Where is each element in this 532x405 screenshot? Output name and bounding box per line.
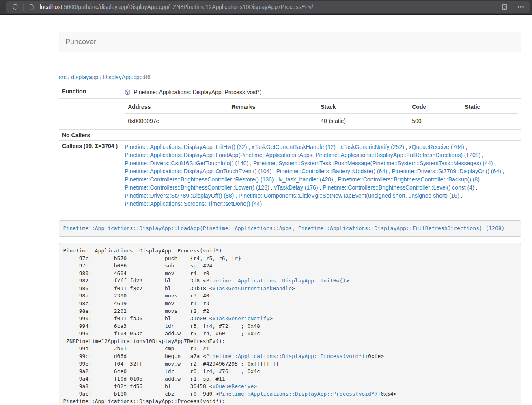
url-path: :5000/path/src/displayapp/DisplayApp.cpp…: [62, 4, 313, 10]
stats-header-row: AddressRemarksStackCodeStatic: [125, 101, 518, 114]
table-row: AddressRemarksStackCodeStatic 0x0000097c…: [59, 99, 521, 130]
callee-link[interactable]: Pinetime::Applications::DisplayApp::Init…: [125, 144, 247, 150]
asm-line: 982: f7ff fd29 bl 3d8 <Pinetime::Applica…: [63, 277, 517, 285]
asm-line: Pinetime::Applications::DisplayApp::Proc…: [63, 247, 517, 255]
asm-line: 9a2: 6ce0 ldr r0, [r4, #76] ; 0x4c: [63, 368, 517, 375]
asm-line: 98c: 4619 mov r1, r3: [63, 300, 517, 308]
breadcrumb-link[interactable]: DisplayApp.cpp: [103, 74, 142, 80]
asm-line: 98e: 2202 movs r2, #2: [63, 308, 517, 315]
stats-value: 500: [409, 114, 461, 127]
asm-line: 97c: b570 push {r4, r5, r6, lr}: [63, 255, 517, 263]
callee-link[interactable]: Pinetime::Drivers::Cst816S::GetTouchInfo…: [125, 160, 248, 166]
table-row: No Callers: [59, 130, 521, 141]
divider: [59, 65, 521, 65]
browser-toolbar: localhost:5000/path/src/displayapp/Displ…: [0, 0, 532, 15]
breadcrumb-separator: /: [67, 74, 71, 80]
shield-icon[interactable]: [10, 2, 20, 12]
reader-mode-icon[interactable]: [499, 2, 510, 12]
stats-column-header: Static: [461, 101, 518, 114]
callee-link[interactable]: vTaskDelay (176): [274, 184, 318, 191]
asm-line: 99a: 2b01 cmp r3, #1: [63, 345, 517, 353]
stats-column-header: Remarks: [228, 101, 317, 114]
stats-value: 0x0000097c: [125, 114, 228, 127]
function-name: Pinetime::Applications::DisplayApp::Proc…: [134, 88, 261, 96]
url-host: localhost: [40, 4, 62, 10]
asm-line: 99c: d06d beq.n a7a <Pinetime::Applicati…: [63, 353, 517, 360]
urlbar-divider: [23, 4, 24, 11]
asm-line: 980: 4604 mov r4, r0: [63, 270, 517, 278]
asm-line: 994: 6ca3 ldr r3, [r4, #72] ; 0x48: [63, 323, 517, 330]
asm-line: 990: f031 fa36 bl 31e00 <xTaskGenericNot…: [63, 315, 517, 323]
callee-link[interactable]: Pinetime::Components::LittleVgl::SetNewT…: [239, 192, 459, 199]
callee-link[interactable]: Pinetime::Applications::DisplayApp::OnTo…: [125, 168, 271, 174]
callee-link[interactable]: Pinetime::Applications::DisplayApp::Load…: [125, 152, 480, 158]
asm-symbol-link[interactable]: xQueueReceive: [212, 383, 254, 389]
callees-row-label: Callees (19, Σ=3704 ): [59, 141, 121, 210]
callee-link[interactable]: xTaskGenericNotify (252): [340, 144, 404, 150]
callee-link[interactable]: Pinetime::Drivers::St7789::DisplayOff() …: [125, 192, 234, 199]
cube-icon: [125, 89, 131, 95]
function-row-label: Function: [59, 86, 121, 99]
app-title: Puncover: [59, 38, 102, 46]
asm-line: 996: f104 053c add.w r5, r4, #60 ; 0x3c: [63, 330, 517, 338]
page-container: Puncover src / displayapp / DisplayApp.c…: [59, 32, 521, 405]
asm-symbol-link[interactable]: xTaskGenericNotify: [212, 315, 269, 321]
callee-link[interactable]: Pinetime::Controllers::BrightnessControl…: [125, 176, 274, 183]
callee-link[interactable]: xQueueReceive (764): [409, 144, 464, 150]
callee-link[interactable]: xTaskGetCurrentTaskHandle (12): [252, 144, 336, 150]
stats-value: [228, 114, 317, 127]
asm-line: 99e: f04f 32ff mov.w r2, #4294967295 ; 0…: [63, 360, 517, 368]
asm-symbol-link[interactable]: Pinetime::Applications::DisplayApp::Proc…: [219, 391, 377, 397]
meatball-menu-icon[interactable]: •••: [516, 2, 526, 12]
callees-list: Pinetime::Applications::DisplayApp::Init…: [121, 141, 521, 210]
table-row: Function Pinetime::Applications::Display…: [59, 86, 521, 99]
stats-column-header: Code: [409, 101, 461, 114]
app-header: Puncover: [59, 32, 521, 52]
callee-link[interactable]: Pinetime::Controllers::BrightnessControl…: [125, 184, 269, 191]
callee-link[interactable]: Pinetime::Drivers::St7789::DisplayOn() (…: [392, 168, 501, 174]
callee-link[interactable]: Pinetime::Controllers::Battery::Update()…: [276, 168, 387, 174]
loadapp-link[interactable]: Pinetime::Applications::DisplayApp::Load…: [63, 225, 505, 231]
asm-line: 986: f031 f8c7 bl 31b18 <xTaskGetCurrent…: [63, 285, 517, 293]
callee-link[interactable]: lv_task_handler (420): [278, 176, 333, 183]
asm-symbol-link[interactable]: Pinetime::Applications::DisplayApp::Proc…: [206, 353, 365, 359]
stats-column-header: Address: [125, 101, 228, 114]
stats-value: 40 (static): [317, 114, 409, 127]
callee-link[interactable]: Pinetime::Controllers::BrightnessControl…: [338, 176, 479, 183]
breadcrumb-link[interactable]: src: [59, 74, 67, 80]
url-bar[interactable]: localhost:5000/path/src/displayapp/Displ…: [6, 1, 530, 13]
breadcrumb-link[interactable]: displayapp: [71, 74, 98, 80]
function-table: Function Pinetime::Applications::Display…: [59, 86, 521, 210]
urlbar-divider: [513, 4, 513, 11]
breadcrumb-line-number: :86: [142, 74, 150, 80]
asm-symbol-link[interactable]: Pinetime::Applications::DisplayApp::Init…: [206, 278, 346, 284]
loadapp-snippet-box: Pinetime::Applications::DisplayApp::Load…: [59, 220, 521, 237]
asm-line: 9a8: f02f fd56 bl 30458 <xQueueReceive>: [63, 383, 517, 390]
callee-link[interactable]: Pinetime::Controllers::BrightnessControl…: [323, 184, 474, 191]
asm-line: 97e: b086 sub sp, #24: [63, 262, 517, 270]
asm-line: Pinetime::Applications::DisplayApp::Proc…: [63, 398, 517, 405]
asm-line: 9a4: f10d 010b add.w r1, sp, #11: [63, 375, 517, 383]
asm-line: _ZN8Pinetime12Applications10DisplayApp7R…: [63, 338, 517, 345]
asm-line: 9ac: b180 cbz r0, 9d0 <Pinetime::Applica…: [63, 390, 517, 398]
breadcrumb: src / displayapp / DisplayApp.cpp:86: [59, 74, 521, 80]
stats-value-row: 0x0000097c40 (static)500: [125, 114, 518, 127]
meatball-dots: •••: [518, 4, 525, 10]
url-text[interactable]: localhost:5000/path/src/displayapp/Displ…: [40, 4, 499, 10]
table-row: Callees (19, Σ=3704 ) Pinetime::Applicat…: [59, 141, 521, 210]
callee-link[interactable]: Pinetime::Applications::Screens::Timer::…: [125, 200, 262, 207]
page-icon[interactable]: [26, 2, 37, 12]
stats-column-header: Stack: [317, 101, 409, 114]
callee-link[interactable]: Pinetime::System::SystemTask::PushMessag…: [253, 160, 493, 166]
callers-row-label: No Callers: [59, 130, 121, 141]
asm-line: 98a: 2300 movs r3, #0: [63, 292, 517, 300]
asm-symbol-link[interactable]: xTaskGetCurrentTaskHandle: [212, 285, 292, 291]
function-stats-table: AddressRemarksStackCodeStatic 0x0000097c…: [125, 101, 518, 127]
stats-value: [461, 114, 518, 127]
breadcrumb-separator: /: [98, 74, 103, 80]
assembly-code: Pinetime::Applications::DisplayApp::Proc…: [59, 243, 521, 405]
